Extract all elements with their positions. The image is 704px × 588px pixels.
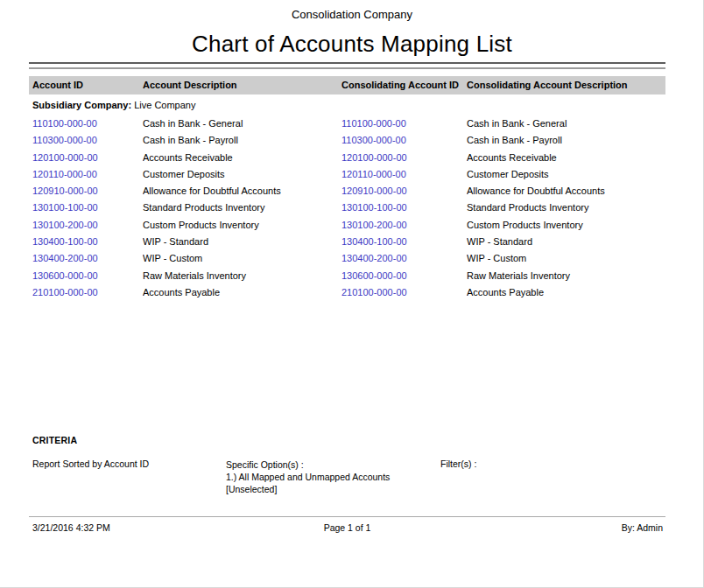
consolidating-account-id-link[interactable]: 110100-000-00: [341, 116, 467, 132]
table-row: 130100-100-00 Standard Products Inventor…: [29, 200, 665, 216]
account-id-link[interactable]: 110100-000-00: [32, 116, 143, 132]
report-page: Consolidation Company Chart of Accounts …: [0, 0, 704, 588]
criteria-filters-label: Filter(s) :: [440, 458, 476, 469]
table-row: 130600-000-00 Raw Materials Inventory 13…: [29, 268, 665, 284]
account-description: WIP - Custom: [143, 250, 341, 267]
footer-page-number: Page 1 of 1: [241, 522, 453, 534]
criteria-sorted-by: Report Sorted by Account ID: [32, 458, 149, 469]
account-id-link[interactable]: 120910-000-00: [32, 183, 143, 200]
consolidating-account-description: WIP - Custom: [467, 250, 665, 267]
table-row: 130100-200-00 Custom Products Inventory …: [29, 217, 665, 234]
account-id-link[interactable]: 130600-000-00: [32, 268, 143, 284]
specific-option-line: 1.) All Mapped and Unmapped Accounts: [226, 471, 390, 483]
account-description: Cash in Bank - Payroll: [143, 132, 341, 149]
consolidating-account-id-link[interactable]: 210100-000-00: [341, 284, 467, 301]
consolidating-account-id-link[interactable]: 130100-100-00: [341, 200, 467, 216]
consolidating-account-description: Cash in Bank - Payroll: [467, 132, 665, 149]
table-row: 120110-000-00 Customer Deposits 120110-0…: [29, 166, 665, 183]
report-title: Chart of Accounts Mapping List: [0, 30, 704, 58]
account-description: Customer Deposits: [143, 166, 341, 183]
table-row: 110100-000-00 Cash in Bank - General 110…: [29, 116, 665, 132]
table-header-row: Account ID Account Description Consolida…: [29, 76, 665, 94]
company-name: Consolidation Company: [0, 8, 704, 22]
subsidiary-company-value: Live Company: [134, 100, 195, 110]
column-header-account-description: Account Description: [143, 76, 341, 94]
consolidating-account-id-link[interactable]: 120910-000-00: [341, 183, 467, 200]
account-description: Custom Products Inventory: [143, 217, 341, 234]
consolidating-account-description: Custom Products Inventory: [467, 217, 665, 234]
account-description: Cash in Bank - General: [143, 116, 341, 132]
account-description: Standard Products Inventory: [143, 200, 341, 216]
account-id-link[interactable]: 120110-000-00: [32, 166, 143, 183]
consolidating-account-id-link[interactable]: 130400-200-00: [341, 250, 467, 267]
consolidating-account-description: Accounts Receivable: [467, 150, 665, 166]
account-id-link[interactable]: 210100-000-00: [32, 284, 143, 301]
column-header-consolidating-account-id: Consolidating Account ID: [341, 76, 467, 94]
footer-printed-by: By: Admin: [454, 522, 665, 534]
table-body: 110100-000-00 Cash in Bank - General 110…: [29, 116, 665, 301]
account-description: Accounts Payable: [143, 284, 341, 301]
criteria-heading: CRITERIA: [32, 435, 77, 445]
footer-divider: [29, 516, 665, 517]
column-header-consolidating-account-description: Consolidating Account Description: [467, 76, 665, 94]
table-row: 120100-000-00 Accounts Receivable 120100…: [29, 150, 665, 166]
divider-line-light: [29, 67, 665, 69]
criteria-specific-options: Specific Option(s) : 1.) All Mapped and …: [226, 458, 390, 495]
subsidiary-group-row: Subsidiary Company: Live Company: [29, 94, 665, 116]
consolidating-account-id-link[interactable]: 130400-100-00: [341, 234, 467, 250]
consolidating-account-description: Cash in Bank - General: [467, 116, 665, 132]
account-description: Accounts Receivable: [143, 150, 341, 166]
account-id-link[interactable]: 130100-200-00: [32, 217, 143, 234]
column-header-account-id: Account ID: [32, 76, 143, 94]
account-id-link[interactable]: 130400-200-00: [32, 250, 143, 267]
consolidating-account-description: Standard Products Inventory: [467, 200, 665, 216]
subsidiary-company-label: Subsidiary Company:: [32, 100, 131, 110]
consolidating-account-id-link[interactable]: 120110-000-00: [341, 166, 467, 183]
table-row: 130400-100-00 WIP - Standard 130400-100-…: [29, 234, 665, 250]
account-id-link[interactable]: 130400-100-00: [32, 234, 143, 250]
consolidating-account-description: Raw Materials Inventory: [467, 268, 665, 284]
title-divider: [29, 62, 665, 69]
table-row: 120910-000-00 Allowance for Doubtful Acc…: [29, 183, 665, 200]
account-id-link[interactable]: 110300-000-00: [32, 132, 143, 149]
specific-options-label: Specific Option(s) :: [226, 458, 390, 471]
table-row: 210100-000-00 Accounts Payable 210100-00…: [29, 284, 665, 301]
account-id-link[interactable]: 130100-100-00: [32, 200, 143, 216]
table-row: 110300-000-00 Cash in Bank - Payroll 110…: [29, 132, 665, 149]
account-id-link[interactable]: 120100-000-00: [32, 150, 143, 166]
footer-datetime: 3/21/2016 4:32 PM: [29, 522, 241, 534]
consolidating-account-description: Allowance for Doubtful Accounts: [467, 183, 665, 200]
consolidating-account-id-link[interactable]: 130600-000-00: [341, 268, 467, 284]
table-row: 130400-200-00 WIP - Custom 130400-200-00…: [29, 250, 665, 267]
account-description: Allowance for Doubtful Accounts: [143, 183, 341, 200]
account-description: Raw Materials Inventory: [143, 268, 341, 284]
consolidating-account-id-link[interactable]: 120100-000-00: [341, 150, 467, 166]
specific-option-line: [Unselected]: [226, 483, 390, 495]
consolidating-account-id-link[interactable]: 110300-000-00: [341, 132, 467, 149]
consolidating-account-description: Accounts Payable: [467, 284, 665, 301]
consolidating-account-description: WIP - Standard: [467, 234, 665, 250]
consolidating-account-id-link[interactable]: 130100-200-00: [341, 217, 467, 234]
consolidating-account-description: Customer Deposits: [467, 166, 665, 183]
account-description: WIP - Standard: [143, 234, 341, 250]
footer: 3/21/2016 4:32 PM Page 1 of 1 By: Admin: [29, 522, 665, 534]
